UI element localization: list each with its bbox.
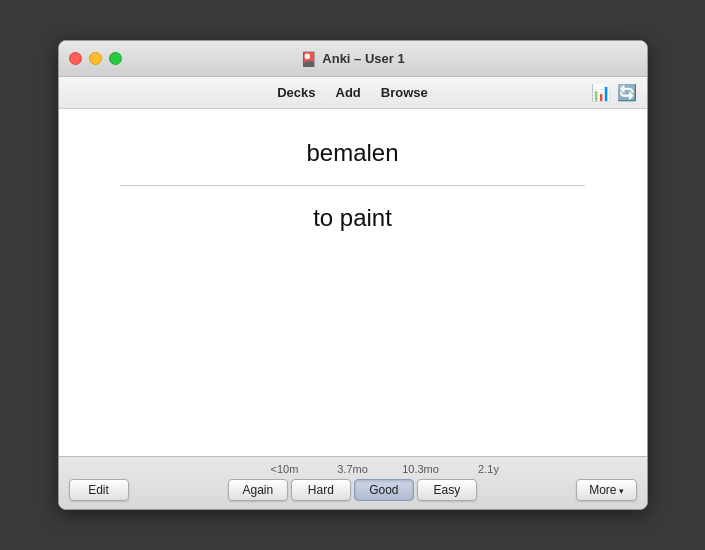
timing-hard: 3.7mo xyxy=(319,463,387,475)
card-area: bemalen to paint xyxy=(59,109,647,456)
menu-items: Decks Add Browse xyxy=(71,82,635,103)
bottom-bar: <10m 3.7mo 10.3mo 2.1y Edit Again Hard G… xyxy=(59,456,647,509)
again-button[interactable]: Again xyxy=(228,479,288,501)
menu-browse[interactable]: Browse xyxy=(373,82,436,103)
btn-left-group: Edit xyxy=(69,479,129,501)
more-button[interactable]: More▾ xyxy=(576,479,636,501)
menu-add[interactable]: Add xyxy=(328,82,369,103)
card-back: to paint xyxy=(313,204,392,232)
edit-button[interactable]: Edit xyxy=(69,479,129,501)
more-arrow-icon: ▾ xyxy=(619,486,624,496)
close-button[interactable] xyxy=(69,52,82,65)
menu-decks[interactable]: Decks xyxy=(269,82,323,103)
hard-button[interactable]: Hard xyxy=(291,479,351,501)
sync-icon[interactable]: 🔄 xyxy=(617,83,637,102)
more-label: More xyxy=(589,483,616,497)
easy-button[interactable]: Easy xyxy=(417,479,477,501)
buttons-row: Edit Again Hard Good Easy More▾ xyxy=(69,479,637,501)
menubar: Decks Add Browse 📊 🔄 xyxy=(59,77,647,109)
app-icon: 🎴 xyxy=(300,51,317,67)
minimize-button[interactable] xyxy=(89,52,102,65)
window-title: 🎴 Anki – User 1 xyxy=(300,51,404,67)
window-controls xyxy=(69,52,122,65)
app-window: 🎴 Anki – User 1 Decks Add Browse 📊 🔄 bem… xyxy=(58,40,648,510)
timing-again: <10m xyxy=(251,463,319,475)
title-bar: 🎴 Anki – User 1 xyxy=(59,41,647,77)
btn-center-group: Again Hard Good Easy xyxy=(228,479,477,501)
card-divider xyxy=(120,185,586,186)
window-title-text: Anki – User 1 xyxy=(322,51,404,66)
timing-good: 10.3mo xyxy=(387,463,455,475)
good-button[interactable]: Good xyxy=(354,479,414,501)
btn-right-group: More▾ xyxy=(576,479,636,501)
timing-easy: 2.1y xyxy=(455,463,523,475)
maximize-button[interactable] xyxy=(109,52,122,65)
card-front: bemalen xyxy=(306,139,398,167)
timing-row: <10m 3.7mo 10.3mo 2.1y xyxy=(69,463,637,475)
menubar-right: 📊 🔄 xyxy=(591,83,637,102)
stats-icon[interactable]: 📊 xyxy=(591,83,611,102)
